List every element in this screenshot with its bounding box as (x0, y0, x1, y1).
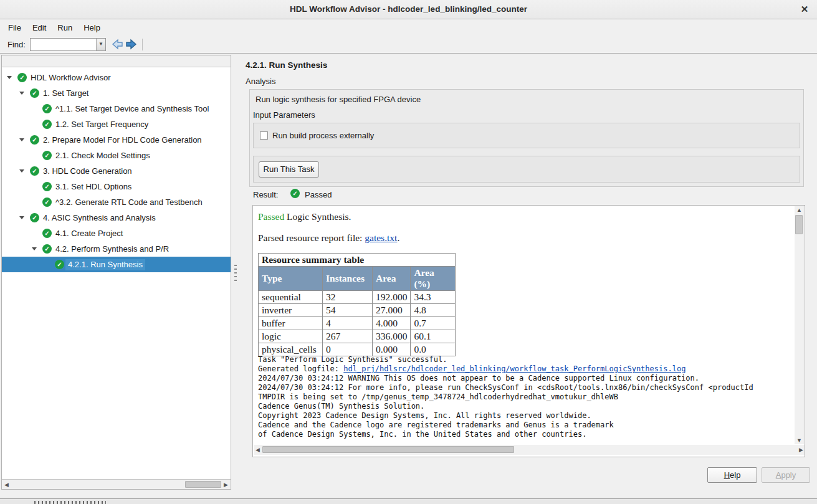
tree-item-label: 3.1. Set HDL Options (53, 181, 134, 193)
close-icon[interactable]: ✕ (798, 3, 811, 16)
table-cell: 34.3 (411, 291, 456, 304)
tree-item[interactable]: ✓^1.1. Set Target Device and Synthesis T… (2, 101, 231, 116)
scroll-right-icon[interactable]: ▶ (799, 445, 803, 455)
find-previous-icon[interactable] (110, 37, 124, 51)
scroll-thumb[interactable] (262, 446, 514, 453)
table-row: sequential32192.00034.3 (259, 291, 456, 304)
expander-icon[interactable] (19, 216, 24, 219)
check-passed-icon: ✓ (17, 73, 27, 82)
find-input[interactable] (31, 39, 96, 50)
log-line: Cadence and the Cadence logo are registe… (258, 421, 805, 430)
tree-item[interactable]: ✓3.1. Set HDL Options (2, 179, 231, 194)
scroll-right-icon[interactable]: ▶ (224, 480, 228, 490)
tree-item-label: 1. Set Target (41, 88, 91, 99)
tree-item[interactable]: ✓4. ASIC Synthesis and Analysis (2, 210, 231, 226)
tree-item[interactable]: ✓^3.2. Generate RTL Code and Testbench (2, 194, 231, 210)
tree-item[interactable]: ✓1. Set Target (2, 85, 231, 101)
expander-icon[interactable] (19, 92, 24, 95)
tree-item-label: HDL Workflow Advisor (28, 72, 113, 83)
tree-item-label: 2. Prepare Model For HDL Code Generation (41, 135, 204, 146)
menu-file[interactable]: File (2, 21, 27, 34)
tree-item[interactable]: ✓4.2. Perform Synthesis and P/R (2, 241, 231, 257)
check-passed-icon: ✓ (42, 244, 52, 254)
scroll-left-icon[interactable]: ◀ (256, 445, 260, 455)
scroll-up-icon[interactable]: ▲ (796, 205, 802, 215)
scroll-down-icon[interactable]: ▼ (796, 437, 802, 444)
check-passed-icon: ✓ (30, 166, 39, 176)
expander-icon[interactable] (19, 138, 24, 141)
table-header-cell: Instances (323, 267, 373, 291)
parsed-prefix-text: Parsed resource report file: (258, 232, 365, 243)
report-horizontal-scrollbar[interactable]: ◀ ▶ (254, 445, 805, 455)
table-cell: 0.7 (411, 317, 456, 330)
log-line: Cadence Genus(TM) Synthesis Solution. (258, 402, 805, 411)
panel-splitter-handle[interactable] (234, 265, 237, 281)
check-passed-icon: ✓ (42, 151, 52, 160)
run-this-task-button[interactable]: Run This Task (259, 161, 319, 178)
logfile-link[interactable]: hdl_prj/hdlsrc/hdlcoder_led_blinking/wor… (343, 364, 686, 373)
tree-item[interactable]: ✓HDL Workflow Advisor (2, 70, 231, 85)
run-externally-label: Run build process externally (272, 131, 374, 140)
report-vertical-scrollbar[interactable]: ▲ ▼ (795, 206, 804, 444)
result-status: Passed (305, 190, 332, 199)
table-cell: 192.000 (373, 291, 411, 304)
scroll-thumb[interactable] (795, 215, 803, 234)
log-line: 2024/07/30 03:24:12 WARNING This OS does… (258, 374, 805, 383)
apply-button[interactable]: Apply (762, 467, 810, 483)
table-header-cell: Type (259, 267, 323, 291)
background-window-fragment (34, 501, 106, 504)
tree-item-label: 4. ASIC Synthesis and Analysis (41, 212, 158, 224)
log-text: Generated logfile: (258, 364, 343, 373)
log-text: TMPDIR is being set to /tmp/genus_temp_3… (258, 392, 618, 401)
run-externally-checkbox[interactable] (260, 131, 268, 140)
menu-bar: File Edit Run Help (0, 19, 817, 36)
scroll-thumb[interactable] (185, 481, 221, 488)
log-text: 2024/07/30 03:24:12 For more info, pleas… (258, 383, 753, 392)
table-row: logic267336.00060.1 (259, 330, 456, 343)
help-button[interactable]: Help (707, 467, 757, 483)
log-line: TMPDIR is being set to /tmp/genus_temp_3… (258, 392, 805, 402)
check-passed-icon: ✓ (55, 260, 64, 269)
tree-header-strip (2, 55, 231, 67)
hdl-workflow-advisor-window: HDL Workflow Advisor - hdlcoder_led_blin… (0, 0, 817, 504)
passed-check-icon: ✓ (290, 189, 300, 198)
tree-item-label: 2.1. Check Model Settings (53, 150, 153, 161)
table-cell: 4 (323, 317, 373, 330)
expander-icon[interactable] (19, 169, 24, 173)
table-cell: inverter (259, 304, 323, 317)
log-line: Task "Perform Logic Synthesis" successfu… (258, 355, 805, 364)
chevron-down-icon[interactable]: ▼ (96, 39, 105, 50)
tree-item-label: ^1.1. Set Target Device and Synthesis To… (53, 103, 211, 115)
synthesis-log: Task "Perform Logic Synthesis" successfu… (258, 355, 805, 439)
expander-icon[interactable] (7, 76, 12, 79)
gates-txt-link[interactable]: gates.txt (365, 232, 397, 243)
log-line: Generated logfile: hdl_prj/hdlsrc/hdlcod… (258, 364, 805, 374)
find-combo: ▼ (30, 38, 106, 51)
tree-item[interactable]: ✓2.1. Check Model Settings (2, 148, 231, 163)
scroll-left-icon[interactable]: ◀ (4, 480, 9, 490)
tree-item[interactable]: ✓3. HDL Code Generation (2, 163, 231, 179)
menu-run[interactable]: Run (52, 21, 78, 34)
check-passed-icon: ✓ (42, 120, 52, 129)
tree-item[interactable]: ✓4.2.1. Run Synthesis (2, 257, 231, 272)
table-cell: 27.000 (373, 304, 411, 317)
check-passed-icon: ✓ (30, 88, 39, 98)
table-cell: sequential (259, 291, 323, 304)
table-cell: physical_cells (259, 343, 323, 356)
table-cell: 0 (323, 343, 373, 356)
tree-item[interactable]: ✓1.2. Set Target Frequency (2, 116, 231, 132)
input-parameters-label: Input Parameters (253, 110, 315, 120)
tree-horizontal-scrollbar[interactable]: ◀ ▶ (2, 479, 231, 489)
tree-item-label: 3. HDL Code Generation (41, 166, 135, 177)
bottom-window-edge (0, 498, 817, 504)
find-next-icon[interactable] (125, 37, 138, 51)
tree-item[interactable]: ✓2. Prepare Model For HDL Code Generatio… (2, 132, 231, 148)
result-report-area: Passed Logic Synthesis. Parsed resource … (252, 205, 805, 457)
menu-help[interactable]: Help (78, 21, 106, 34)
tree-item[interactable]: ✓4.1. Create Project (2, 226, 231, 241)
menu-edit[interactable]: Edit (27, 21, 52, 34)
workflow-tree: ✓HDL Workflow Advisor✓1. Set Target✓^1.1… (2, 67, 231, 479)
expander-icon[interactable] (32, 247, 37, 250)
task-description: Run logic synthesis for specified FPGA d… (256, 95, 421, 104)
tree-item-label: 4.1. Create Project (53, 228, 125, 239)
